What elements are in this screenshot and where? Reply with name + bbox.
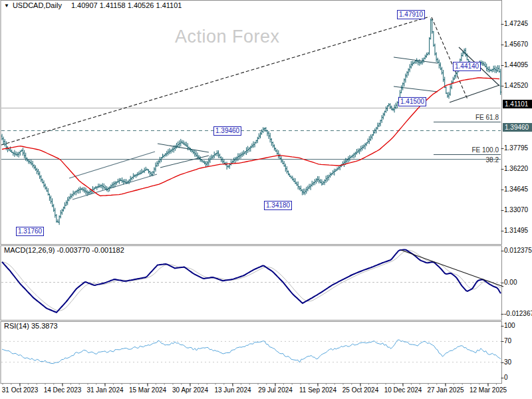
date-axis-tick: 31 Jan 2024 (81, 386, 129, 394)
date-axis-tick: 27 Jan 2025 (422, 386, 469, 394)
price-axis-tick: 1.33070 (504, 206, 528, 214)
watermark-logo: Action Forex (175, 27, 280, 47)
chevron-down-icon[interactable]: ▼ (4, 3, 9, 9)
date-axis-tick: 14 Dec 2023 (39, 386, 86, 394)
symbol-name: USDCAD,Daily (13, 1, 62, 9)
price-level-tag: 1.39460 (213, 126, 241, 136)
chart-canvas[interactable] (0, 0, 532, 399)
highlight-level-tag: 1.39460 (503, 123, 532, 132)
price-level-tag: 1.44140 (453, 62, 481, 71)
date-axis-tick: 12 Mar 2025 (464, 386, 512, 394)
macd-axis-tick: 0.012375 (504, 247, 532, 255)
fe-100-0-label: FE 100.0 (471, 146, 499, 154)
rsi-axis-tick: 70 (504, 337, 511, 345)
current-price-tag: 1.41101 (503, 100, 532, 108)
date-axis-tick: 13 Jun 2024 (209, 386, 257, 394)
price-axis-tick: 1.31495 (504, 227, 528, 235)
date-axis-tick: 11 Sep 2024 (294, 386, 342, 394)
price-axis-tick: 1.44095 (504, 61, 528, 69)
price-axis-tick: 1.34645 (504, 186, 528, 194)
ohlc-values: 1.40907 1.41158 1.40526 1.41101 (71, 1, 182, 9)
date-axis-tick: 10 Dec 2024 (379, 386, 427, 394)
fe-61-8-label: FE 61.8 (475, 114, 499, 121)
macd-axis-tick: -0.012367 (504, 310, 532, 318)
price-axis-tick: 1.47245 (504, 20, 528, 28)
price-level-tag: 1.34180 (264, 201, 292, 210)
price-level-tag: 1.47910 (397, 10, 425, 19)
date-axis-tick: 31 Oct 2023 (0, 386, 44, 394)
date-axis-tick: 30 Apr 2024 (166, 386, 214, 394)
date-axis-tick: 29 Jul 2024 (251, 386, 299, 394)
rsi-axis-tick: 30 (504, 358, 511, 366)
symbol-title-bar: ▼USDCAD,Daily1.40907 1.41158 1.40526 1.4… (4, 1, 182, 9)
macd-axis-tick: 0.00 (504, 279, 517, 287)
price-axis-tick: 1.37795 (504, 144, 528, 152)
trading-chart-window: ▼USDCAD,Daily1.40907 1.41158 1.40526 1.4… (0, 0, 532, 399)
price-level-tag: 1.41500 (398, 97, 426, 106)
price-axis-tick: 1.42520 (504, 82, 528, 90)
date-axis-tick: 25 Oct 2024 (336, 386, 384, 394)
macd-indicator-label: MACD(12,26,9) -0.003770 -0.001182 (4, 246, 124, 254)
rsi-indicator-label: RSI(14) 35.3873 (4, 322, 58, 330)
fib-38-2-label: 38.2 (486, 156, 499, 164)
price-level-tag: 1.31760 (16, 227, 44, 236)
date-axis-tick: 15 Mar 2024 (124, 386, 172, 394)
rsi-axis-tick: 100 (504, 322, 515, 330)
rsi-axis-tick: 0 (504, 374, 508, 382)
price-axis-tick: 1.36220 (504, 165, 528, 173)
price-axis-tick: 1.45670 (504, 41, 528, 49)
